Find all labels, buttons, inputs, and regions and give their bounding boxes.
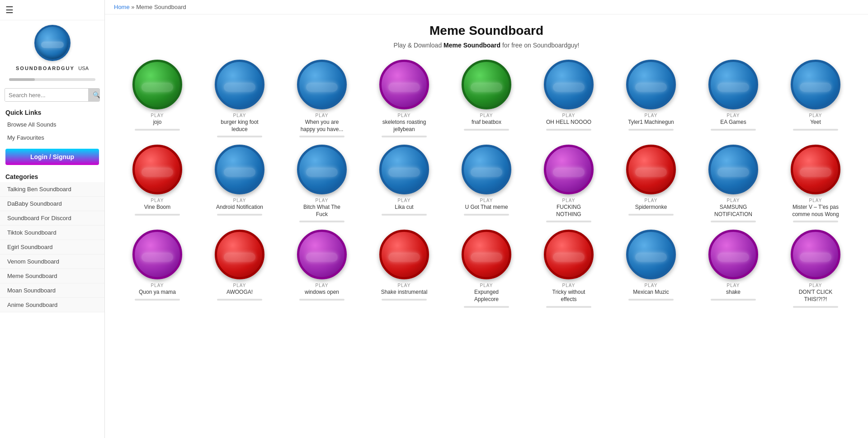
- sound-play-button[interactable]: [379, 60, 429, 109]
- sound-name: OH HELL NOOOO: [546, 119, 591, 126]
- sound-item[interactable]: PLAYLika cut: [365, 145, 443, 222]
- sound-name: shake: [726, 289, 741, 296]
- breadcrumb-current: Meme Soundboard: [136, 4, 186, 10]
- sound-play-button[interactable]: [297, 145, 347, 194]
- sound-item[interactable]: PLAYTricky without effects: [530, 230, 608, 307]
- sound-play-button[interactable]: [462, 230, 511, 279]
- sound-play-button[interactable]: [132, 60, 182, 109]
- sound-play-button[interactable]: [708, 230, 758, 279]
- sound-item[interactable]: PLAYwindows open: [283, 230, 361, 307]
- sound-play-button[interactable]: [626, 60, 676, 109]
- sound-item[interactable]: PLAYWhen you are happy you have...: [283, 60, 361, 137]
- sound-play-button[interactable]: [215, 145, 264, 194]
- category-item[interactable]: Venom Soundboard: [0, 254, 104, 269]
- play-label: PLAY: [316, 198, 329, 203]
- breadcrumb-separator: »: [131, 4, 136, 10]
- category-item[interactable]: DaBaby Soundboard: [0, 197, 104, 211]
- sound-name: Lika cut: [395, 204, 413, 211]
- search-input[interactable]: [5, 89, 88, 101]
- sound-play-button[interactable]: [626, 145, 676, 194]
- sound-item[interactable]: PLAYU Got That meme: [448, 145, 525, 222]
- play-label: PLAY: [151, 283, 164, 288]
- sound-play-button[interactable]: [462, 60, 511, 109]
- sound-play-button[interactable]: [132, 230, 182, 279]
- sound-item[interactable]: PLAYburger king foot leduce: [201, 60, 278, 137]
- sound-item[interactable]: PLAYshake: [694, 230, 772, 307]
- sound-item[interactable]: PLAYExpunged Applecore: [448, 230, 525, 307]
- sound-button-inner: [306, 253, 338, 262]
- sound-button-inner: [142, 253, 173, 262]
- category-item[interactable]: Anime Soundboard: [0, 298, 104, 312]
- category-item[interactable]: Talking Ben Soundboard: [0, 182, 104, 197]
- sound-play-button[interactable]: [544, 145, 594, 194]
- sound-item[interactable]: PLAYFUCKING NOTHING: [530, 145, 608, 222]
- sound-item[interactable]: PLAYMister V – T'es pas comme nous Wong: [777, 145, 854, 222]
- category-item[interactable]: Egirl Soundboard: [0, 240, 104, 254]
- sound-button-inner: [142, 168, 173, 177]
- category-item[interactable]: Moan Soundboard: [0, 283, 104, 298]
- sound-progress-bar: [382, 299, 427, 301]
- sound-item[interactable]: PLAYfnaf beatbox: [448, 60, 525, 137]
- sound-item[interactable]: PLAYAWOOGA!: [201, 230, 278, 307]
- sound-play-button[interactable]: [708, 145, 758, 194]
- progress-bar: [9, 78, 95, 81]
- play-label: PLAY: [233, 283, 246, 288]
- category-item[interactable]: Tiktok Soundboard: [0, 226, 104, 240]
- sound-play-button[interactable]: [215, 230, 264, 279]
- sound-item[interactable]: PLAYSpidermonke: [612, 145, 690, 222]
- sound-item[interactable]: PLAYSAMSUNG NOTIFICATION: [694, 145, 772, 222]
- sound-name: fnaf beatbox: [472, 119, 501, 126]
- sound-item[interactable]: PLAYYeet: [777, 60, 854, 137]
- category-item[interactable]: Soundboard For Discord: [0, 211, 104, 226]
- sound-play-button[interactable]: [379, 230, 429, 279]
- sound-item[interactable]: PLAYQuon ya mama: [118, 230, 196, 307]
- sound-play-button[interactable]: [544, 60, 594, 109]
- sound-play-button[interactable]: [708, 60, 758, 109]
- play-label: PLAY: [562, 198, 576, 203]
- sound-play-button[interactable]: [462, 145, 511, 194]
- play-label: PLAY: [645, 113, 658, 118]
- sound-button-inner: [388, 253, 420, 262]
- sound-play-button[interactable]: [379, 145, 429, 194]
- subtitle-pre: Play & Download: [394, 42, 444, 49]
- brand-text: SOUNDBOARDGUY USA: [16, 64, 89, 72]
- sound-play-button[interactable]: [791, 230, 840, 279]
- sound-play-button[interactable]: [215, 60, 264, 109]
- sound-button-inner: [800, 168, 831, 177]
- sound-play-button[interactable]: [791, 145, 840, 194]
- sound-button-inner: [553, 253, 585, 262]
- sound-item[interactable]: PLAYskeletons roasting jellybean: [365, 60, 443, 137]
- categories-list: Talking Ben SoundboardDaBaby SoundboardS…: [0, 182, 104, 312]
- sound-progress-bar: [546, 306, 591, 308]
- sound-button-inner: [306, 168, 338, 177]
- sound-play-button[interactable]: [791, 60, 840, 109]
- sound-play-button[interactable]: [297, 60, 347, 109]
- sound-item[interactable]: PLAYMexican Muzic: [612, 230, 690, 307]
- sound-item[interactable]: PLAYShake instrumental: [365, 230, 443, 307]
- browse-all-sounds-link[interactable]: Browse All Sounds: [0, 118, 104, 131]
- search-box: 🔍: [5, 88, 100, 102]
- sound-play-button[interactable]: [297, 230, 347, 279]
- sound-item[interactable]: PLAYOH HELL NOOOO: [530, 60, 608, 137]
- category-item[interactable]: Meme Soundboard: [0, 269, 104, 283]
- sound-item[interactable]: PLAYBitch What The Fuck: [283, 145, 361, 222]
- search-button[interactable]: 🔍: [88, 89, 100, 101]
- sound-progress-bar: [299, 221, 344, 222]
- sound-item[interactable]: PLAYAndroid Notification: [201, 145, 278, 222]
- brand-name: SOUNDBOARDGUY: [16, 66, 75, 71]
- sound-button-inner: [717, 83, 749, 92]
- sound-item[interactable]: PLAYEA Games: [694, 60, 772, 137]
- sound-progress-bar: [793, 221, 838, 222]
- sound-play-button[interactable]: [544, 230, 594, 279]
- hamburger-icon[interactable]: ☰: [5, 5, 14, 15]
- my-favourites-link[interactable]: My Favourites: [0, 131, 104, 144]
- sound-item[interactable]: PLAYVine Boom: [118, 145, 196, 222]
- sound-play-button[interactable]: [626, 230, 676, 279]
- login-signup-button[interactable]: Login / Signup: [5, 149, 99, 165]
- sound-item[interactable]: PLAYDON'T CLICK THIS!?!?!: [777, 230, 854, 307]
- sound-item[interactable]: PLAYTyler1 Machinegun: [612, 60, 690, 137]
- breadcrumb-home[interactable]: Home: [114, 4, 130, 10]
- sound-play-button[interactable]: [132, 145, 182, 194]
- subtitle-bold: Meme Soundboard: [443, 42, 500, 49]
- sound-item[interactable]: PLAYjojo: [118, 60, 196, 137]
